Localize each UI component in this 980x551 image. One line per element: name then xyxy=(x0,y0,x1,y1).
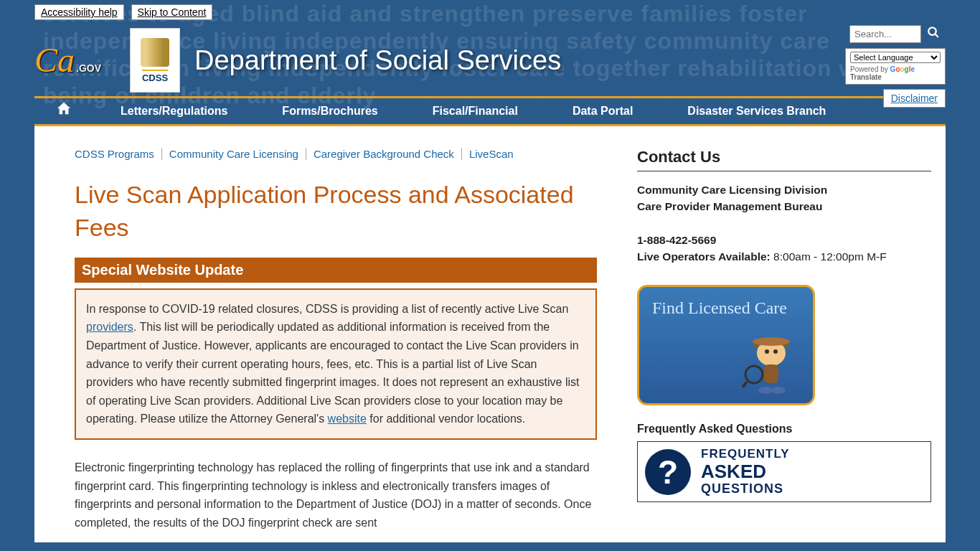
svg-point-10 xyxy=(773,349,778,354)
svg-point-3 xyxy=(753,337,790,346)
breadcrumb: CDSS Programs Community Care Licensing C… xyxy=(75,148,597,160)
site-header: Ca .GOV CDSS Department of Social Servic… xyxy=(34,24,946,96)
search-input[interactable] xyxy=(849,25,921,43)
breadcrumb-cdss-programs[interactable]: CDSS Programs xyxy=(75,148,162,160)
faq-button[interactable]: ? FREQUENTLY ASKED QUESTIONS xyxy=(637,441,931,502)
nav-data-portal[interactable]: Data Portal xyxy=(545,96,660,126)
language-select[interactable]: Select Language xyxy=(850,52,941,63)
home-icon xyxy=(56,103,72,119)
website-link[interactable]: website xyxy=(328,413,367,425)
search-icon xyxy=(927,27,940,42)
find-care-text: Find Licensed Care xyxy=(652,297,800,319)
faq-line-1: FREQUENTLY xyxy=(701,448,790,461)
faq-line-3: QUESTIONS xyxy=(701,482,790,496)
nav-forms-brochures[interactable]: Forms/Brochures xyxy=(255,96,405,126)
ca-logo-text: Ca xyxy=(34,47,75,74)
update-text-3: for additional vendor locations. xyxy=(367,413,525,425)
svg-point-9 xyxy=(765,349,769,354)
faq-text: FREQUENTLY ASKED QUESTIONS xyxy=(701,448,790,496)
search-box xyxy=(849,24,946,44)
faq-heading: Frequently Asked Questions xyxy=(637,423,931,435)
cdss-logo[interactable]: CDSS xyxy=(130,28,180,93)
body-paragraph: Electronic fingerprinting technology has… xyxy=(75,458,597,532)
svg-rect-4 xyxy=(764,364,778,383)
faq-line-2: ASKED xyxy=(701,461,790,482)
hours-label: Live Operators Available: xyxy=(637,250,773,263)
contact-heading: Contact Us xyxy=(637,148,931,171)
svg-point-0 xyxy=(928,27,936,35)
sidebar: Contact Us Community Care Licensing Divi… xyxy=(637,126,946,542)
special-update-box: In response to COVID-19 related closures… xyxy=(75,288,597,440)
disclaimer-link[interactable]: Disclaimer xyxy=(883,89,946,108)
find-licensed-care-button[interactable]: Find Licensed Care xyxy=(637,285,815,405)
department-title: Department of Social Services xyxy=(194,45,561,76)
powered-by-text: Powered by Google Translate xyxy=(850,65,941,81)
skip-links: Accessibility help Skip to Content xyxy=(34,0,946,24)
accessibility-help-link[interactable]: Accessibility help xyxy=(34,4,124,20)
nav-letters-regulations[interactable]: Letters/Regulations xyxy=(93,96,255,126)
providers-link[interactable]: providers xyxy=(86,321,133,333)
breadcrumb-livescan[interactable]: LiveScan xyxy=(462,148,521,160)
content-area: CDSS Programs Community Care Licensing C… xyxy=(34,126,946,542)
translate-widget: Select Language Powered by Google Transl… xyxy=(845,48,946,85)
contact-division: Community Care Licensing Division xyxy=(637,184,827,196)
main-nav: Letters/Regulations Forms/Brochures Fisc… xyxy=(34,96,946,126)
svg-point-7 xyxy=(758,387,773,394)
svg-line-6 xyxy=(743,382,747,387)
svg-point-5 xyxy=(745,366,763,383)
question-mark-icon: ? xyxy=(645,449,691,495)
cdss-profiles-icon xyxy=(141,38,169,67)
nav-fiscal-financial[interactable]: Fiscal/Financial xyxy=(405,96,545,126)
gov-text: .GOV xyxy=(76,65,101,72)
cdss-logo-label: CDSS xyxy=(142,70,168,83)
breadcrumb-community-care-licensing[interactable]: Community Care Licensing xyxy=(162,148,306,160)
svg-point-8 xyxy=(771,387,786,394)
detective-icon xyxy=(740,324,803,396)
hours-value: 8:00am - 12:00pm M-F xyxy=(773,250,887,263)
nav-disaster-services[interactable]: Disaster Services Branch xyxy=(660,96,853,126)
svg-line-1 xyxy=(935,34,938,37)
special-update-header: Special Website Update xyxy=(75,258,597,283)
contact-phone: 1-888-422-5669 xyxy=(637,234,716,246)
skip-to-content-link[interactable]: Skip to Content xyxy=(131,4,213,20)
main-column: CDSS Programs Community Care Licensing C… xyxy=(34,126,637,542)
update-text-1: In response to COVID-19 related closures… xyxy=(86,303,568,315)
page-title: Live Scan Application Process and Associ… xyxy=(75,179,597,245)
update-text-2: . This list will be periodically updated… xyxy=(86,321,579,425)
contact-block: Community Care Licensing Division Care P… xyxy=(637,182,931,265)
breadcrumb-caregiver-background-check[interactable]: Caregiver Background Check xyxy=(306,148,462,160)
contact-bureau: Care Provider Management Bureau xyxy=(637,200,822,212)
search-button[interactable] xyxy=(921,24,946,44)
ca-gov-logo[interactable]: Ca .GOV xyxy=(34,47,101,74)
nav-home[interactable] xyxy=(34,96,93,126)
